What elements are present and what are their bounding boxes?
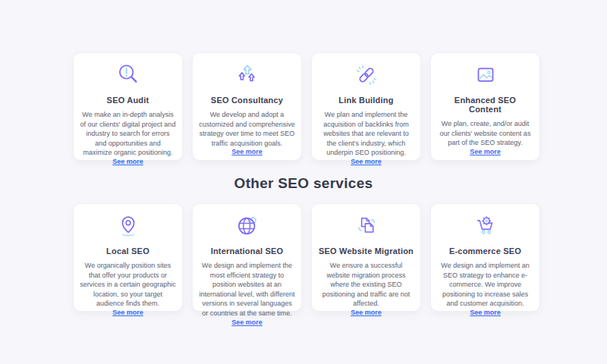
service-card-seo-audit: SEO Audit We make an in-depth analysis o… — [73, 52, 183, 161]
card-description: We ensure a successful website migration… — [318, 261, 414, 309]
card-description: We design and implement an SEO strategy … — [437, 261, 533, 309]
services-row-bottom: Local SEO We organically position sites … — [73, 203, 540, 312]
see-more-link[interactable]: See more — [112, 309, 143, 316]
card-description: We develop and adopt a customized and co… — [199, 110, 295, 148]
see-more-link[interactable]: See more — [351, 158, 382, 165]
see-more-link[interactable]: See more — [351, 309, 382, 316]
see-more-link[interactable]: See more — [470, 148, 501, 155]
picture-icon — [471, 61, 500, 89]
service-card-ecommerce-seo: E-commerce SEO We design and implement a… — [430, 203, 540, 312]
card-title: International SEO — [211, 246, 284, 256]
card-title: Enhanced SEO Content — [437, 96, 533, 114]
service-card-international-seo: International SEO We design and implemen… — [192, 203, 302, 312]
card-description: We make an in-depth analysis of our clie… — [80, 110, 176, 158]
card-description: We plan and implement the acquisition of… — [318, 110, 414, 158]
see-more-link[interactable]: See more — [231, 318, 263, 326]
card-title: Local SEO — [106, 246, 149, 256]
card-description: We design and implement the most efficie… — [199, 261, 295, 318]
card-title: SEO Consultancy — [211, 96, 283, 105]
card-title: E-commerce SEO — [449, 246, 521, 256]
globe-icon — [233, 212, 262, 240]
service-card-seo-consultancy: SEO Consultancy We develop and adopt a c… — [192, 52, 302, 161]
pages-migration-icon — [352, 212, 381, 240]
chain-link-icon — [352, 61, 381, 89]
see-more-link[interactable]: See more — [112, 158, 143, 165]
card-description: We organically position sites that offer… — [80, 261, 176, 309]
see-more-link[interactable]: See more — [470, 309, 501, 316]
arrows-up-icon — [233, 61, 262, 89]
services-row-top: SEO Audit We make an in-depth analysis o… — [73, 52, 540, 161]
service-card-link-building: Link Building We plan and implement the … — [311, 52, 421, 161]
section-heading: Other SEO services — [0, 175, 607, 192]
see-more-link[interactable]: See more — [231, 148, 263, 155]
map-pin-icon — [114, 212, 143, 240]
card-description: We plan, create, and/or audit our client… — [437, 119, 533, 148]
magnifier-alert-icon — [114, 61, 143, 89]
cart-gear-icon — [471, 212, 500, 240]
card-title: Link Building — [338, 96, 393, 105]
card-title: SEO Website Migration — [319, 246, 414, 256]
service-card-local-seo: Local SEO We organically position sites … — [73, 203, 183, 312]
service-card-enhanced-seo-content: Enhanced SEO Content We plan, create, an… — [430, 52, 540, 161]
card-title: SEO Audit — [107, 96, 149, 105]
service-card-seo-website-migration: SEO Website Migration We ensure a succes… — [311, 203, 421, 312]
